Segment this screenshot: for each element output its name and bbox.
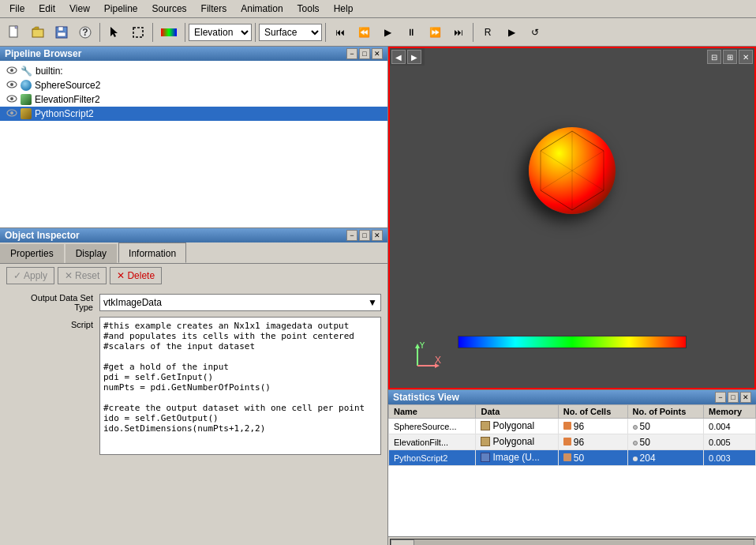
view-split-v[interactable]: ⊞ — [723, 50, 737, 64]
stats-titlebar: Statistics View − □ ✕ — [388, 390, 756, 404]
properties-content: Output Data SetType vtkImageData ▼ Scrip… — [0, 288, 387, 545]
view-close[interactable]: ✕ — [739, 50, 753, 64]
col-data: Data — [476, 405, 558, 419]
menu-edit[interactable]: Edit — [32, 2, 62, 16]
stats-minimize-button[interactable]: − — [715, 392, 726, 403]
last-frame-button[interactable]: ⏭ — [447, 21, 470, 43]
stats-row-python[interactable]: PythonScript2 Image (U... 50 — [389, 450, 756, 466]
object-inspector-title: Object Inspector — [5, 230, 80, 241]
delete-button[interactable]: ✕ Delete — [110, 267, 162, 284]
scrollbar-track[interactable] — [390, 539, 754, 546]
representation-selector[interactable]: Elevation — [189, 24, 252, 41]
row2-memory: 0.005 — [704, 434, 756, 450]
stats-row-elevation[interactable]: ElevationFilt... Polygonal 96 — [389, 434, 756, 450]
stats-close-button[interactable]: ✕ — [740, 392, 751, 403]
check-icon: ✓ — [13, 270, 21, 281]
separator-2 — [152, 23, 153, 42]
pipeline-close-button[interactable]: ✕ — [372, 48, 383, 59]
menu-tools[interactable]: Tools — [291, 2, 326, 16]
eye-icon-builtin[interactable] — [6, 66, 17, 77]
play-button[interactable]: ▶ — [376, 21, 399, 43]
stats-maximize-button[interactable]: □ — [728, 392, 739, 403]
script-textarea[interactable]: #this example creates an Nx1x1 imagedata… — [99, 317, 381, 455]
render-view[interactable]: ◀ ▶ ⊟ ⊞ ✕ — [388, 47, 756, 389]
next-frame-button[interactable]: ⏩ — [424, 21, 446, 43]
menu-view[interactable]: View — [63, 2, 96, 16]
row3-name: PythonScript2 — [389, 450, 476, 466]
script-label: Script — [6, 317, 93, 329]
pipeline-item-elevation[interactable]: ElevationFilter2 — [0, 92, 387, 107]
inspector-minimize-button[interactable]: − — [346, 230, 357, 241]
cell-icon-3 — [563, 453, 571, 461]
inspector-close-button[interactable]: ✕ — [372, 230, 383, 241]
scrollbar-thumb[interactable] — [391, 539, 414, 546]
main-layout: Pipeline Browser − □ ✕ 🔧 builtin: — [0, 47, 756, 545]
sphere-wireframe — [529, 127, 616, 214]
output-data-set-label: Output Data SetType — [6, 293, 93, 312]
pipeline-item-sphere-label: SphereSource2 — [35, 80, 100, 91]
save-button[interactable] — [51, 21, 73, 43]
stats-scrollbar[interactable] — [388, 536, 756, 545]
inspector-tabs: Properties Display Information — [0, 242, 387, 264]
help-button[interactable]: ? — [74, 21, 96, 43]
eye-icon-elevation[interactable] — [6, 94, 17, 105]
inspector-maximize-button[interactable]: □ — [359, 230, 370, 241]
menu-sources[interactable]: Sources — [146, 2, 193, 16]
pause-button[interactable]: ⏸ — [400, 21, 422, 43]
reset-button[interactable]: R — [477, 21, 499, 43]
pt-icon-2 — [633, 441, 638, 445]
refresh-button[interactable]: ↺ — [524, 21, 546, 43]
row2-points: 50 — [627, 434, 704, 450]
pipeline-item-python[interactable]: PythonScript2 — [0, 107, 387, 121]
stats-row-sphere[interactable]: SphereSource... Polygonal 96 — [389, 419, 756, 434]
surface-selector[interactable]: Surface — [259, 24, 322, 41]
open-button[interactable] — [27, 21, 49, 43]
col-memory: Memory — [704, 405, 756, 419]
nav-back-button[interactable]: ◀ — [391, 50, 406, 64]
statistics-view: Statistics View − □ ✕ Name Data No. o — [388, 389, 756, 545]
tab-display[interactable]: Display — [65, 244, 117, 263]
tab-information[interactable]: Information — [118, 242, 186, 263]
nav-forward-button[interactable]: ▶ — [407, 50, 421, 64]
row3-data: Image (U... — [476, 450, 558, 466]
svg-rect-5 — [58, 32, 65, 36]
rubber-band-tool[interactable] — [127, 21, 149, 43]
dot-icon-3 — [633, 457, 638, 461]
pipeline-minimize-button[interactable]: − — [346, 48, 357, 59]
color-tool[interactable] — [156, 21, 182, 43]
eye-icon-sphere[interactable] — [6, 80, 17, 91]
separator-5 — [325, 23, 326, 42]
col-cells: No. of Cells — [558, 405, 627, 419]
svg-point-14 — [10, 83, 13, 86]
menu-file[interactable]: File — [3, 2, 31, 16]
tab-properties[interactable]: Properties — [0, 244, 64, 263]
pipeline-item-sphere[interactable]: SphereSource2 — [0, 78, 387, 92]
first-frame-button[interactable]: ⏮ — [329, 21, 351, 43]
row2-name: ElevationFilt... — [389, 434, 476, 450]
pt-icon-1 — [633, 425, 638, 430]
output-data-set-select[interactable]: vtkImageData ▼ — [99, 294, 381, 311]
svg-rect-10 — [161, 28, 177, 36]
python-script-icon — [21, 108, 32, 119]
apply-button[interactable]: ✓ Apply — [6, 267, 54, 284]
menu-help[interactable]: Help — [327, 2, 360, 16]
svg-marker-2 — [32, 27, 39, 29]
pipeline-maximize-button[interactable]: □ — [359, 48, 370, 59]
menu-filters[interactable]: Filters — [195, 2, 234, 16]
view-split-h[interactable]: ⊟ — [707, 50, 721, 64]
svg-text:X: X — [435, 355, 441, 366]
reset-button-inspector[interactable]: ✕ Reset — [58, 267, 107, 284]
pipeline-item-builtin[interactable]: 🔧 builtin: — [0, 64, 387, 78]
menu-animation[interactable]: Animation — [234, 2, 289, 16]
select-tool[interactable] — [103, 21, 125, 43]
menu-pipeline[interactable]: Pipeline — [98, 2, 144, 16]
poly-icon-1 — [481, 421, 490, 430]
pipeline-item-python-label: PythonScript2 — [35, 108, 94, 119]
stats-title: Statistics View — [393, 392, 459, 403]
prev-frame-button[interactable]: ⏪ — [353, 21, 375, 43]
pipeline-item-builtin-icon: 🔧 — [21, 66, 32, 77]
menubar: File Edit View Pipeline Sources Filters … — [0, 0, 756, 18]
more-button[interactable]: ▶ — [500, 21, 522, 43]
eye-icon-python[interactable] — [6, 108, 17, 119]
new-button[interactable] — [3, 21, 25, 43]
